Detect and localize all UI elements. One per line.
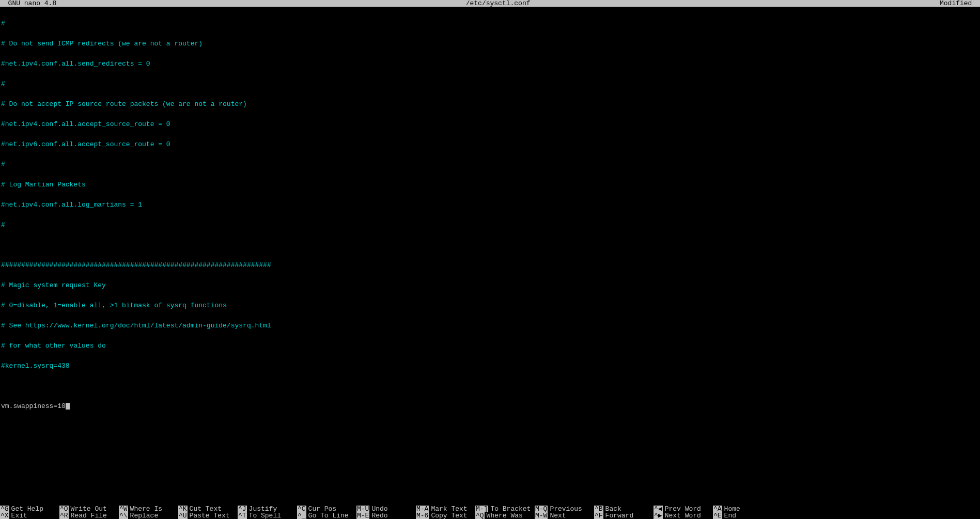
help-redo[interactable]: M-ERedo — [356, 512, 416, 519]
help-label: Go To Line — [306, 512, 349, 519]
editor-line: # Log Martian Packets — [1, 181, 980, 188]
help-row-2: ^XExit ^RRead File ^\Replace ^UPaste Tex… — [0, 512, 980, 519]
help-key: ^U — [178, 512, 188, 519]
help-label: Where Was — [485, 512, 523, 519]
help-get-help[interactable]: ^GGet Help — [0, 506, 59, 512]
editor-line: # Do not accept IP source route packets … — [1, 101, 980, 107]
editor-line: # Do not send ICMP redirects (we are not… — [1, 40, 980, 47]
editor-line — [1, 242, 980, 248]
title-bar: GNU nano 4.8 /etc/sysctl.conf Modified — [0, 0, 980, 7]
editor-line: # — [1, 222, 980, 228]
editor-line: #net.ipv4.conf.all.send_redirects = 0 — [1, 60, 980, 67]
help-bar: ^GGet Help ^OWrite Out ^WWhere Is ^KCut … — [0, 506, 980, 519]
editor-content[interactable]: # # Do not send ICMP redirects (we are n… — [0, 7, 980, 506]
editor-line: # for what other values do — [1, 342, 980, 349]
help-key: M-W — [535, 512, 548, 519]
editor-line: #net.ipv4.conf.all.accept_source_route =… — [1, 121, 980, 128]
editor-active-line: vm.swappiness=10 — [1, 403, 980, 410]
help-key: ^F — [594, 512, 603, 519]
editor-line: # Magic system request Key — [1, 282, 980, 289]
help-label: Read File — [69, 512, 107, 519]
help-copy-text[interactable]: M-6Copy Text — [416, 512, 475, 519]
help-key: ^E — [713, 512, 722, 519]
help-label: End — [722, 512, 736, 519]
help-forward[interactable]: ^FForward — [594, 512, 654, 519]
help-label: Paste Text — [188, 512, 230, 519]
help-label: Forward — [603, 512, 634, 519]
help-key: ^▶ — [654, 512, 663, 519]
editor-line: # — [1, 20, 980, 27]
help-label: Exit — [9, 512, 27, 519]
editor-line: #net.ipv4.conf.all.log_martians = 1 — [1, 201, 980, 208]
help-go-to-line[interactable]: ^_Go To Line — [297, 512, 356, 519]
help-label: Redo — [369, 512, 387, 519]
help-label: Replace — [128, 512, 159, 519]
help-key: M-E — [356, 512, 369, 519]
file-path: /etc/sysctl.conf — [56, 0, 940, 7]
help-label: To Spell — [247, 512, 281, 519]
help-next-word[interactable]: ^▶Next Word — [654, 512, 713, 519]
editor-line: # 0=disable, 1=enable all, >1 bitmask of… — [1, 302, 980, 309]
help-next[interactable]: M-WNext — [535, 512, 594, 519]
help-key: ^_ — [297, 512, 306, 519]
help-key: ^R — [59, 512, 69, 519]
help-key: ^T — [238, 512, 247, 519]
help-key: ^Q — [475, 512, 485, 519]
editor-line: #kernel.sysrq=438 — [1, 363, 980, 369]
editor-line: # See https://www.kernel.org/doc/html/la… — [1, 322, 980, 329]
cursor-icon — [66, 403, 70, 410]
editor-line: ########################################… — [1, 262, 980, 269]
editor-line: #net.ipv6.conf.all.accept_source_route =… — [1, 141, 980, 148]
help-read-file[interactable]: ^RRead File — [59, 512, 119, 519]
modified-status: Modified — [940, 0, 980, 7]
help-label: Next — [548, 512, 566, 519]
help-end[interactable]: ^EEnd — [713, 512, 772, 519]
editor-line: # — [1, 81, 980, 87]
help-key: M-6 — [416, 512, 429, 519]
editor-line — [1, 383, 980, 389]
help-label: Copy Text — [429, 512, 467, 519]
help-label: Next Word — [663, 512, 701, 519]
help-paste-text[interactable]: ^UPaste Text — [178, 512, 238, 519]
app-name: GNU nano 4.8 — [0, 0, 56, 7]
help-key: ^\ — [119, 512, 128, 519]
editor-line-text: vm.swappiness=10 — [1, 402, 66, 410]
help-home[interactable]: ^AHome — [713, 506, 772, 512]
help-to-spell[interactable]: ^TTo Spell — [238, 512, 297, 519]
help-replace[interactable]: ^\Replace — [119, 512, 178, 519]
help-key: ^X — [0, 512, 9, 519]
help-where-was[interactable]: ^QWhere Was — [475, 512, 535, 519]
editor-line: # — [1, 161, 980, 168]
help-exit[interactable]: ^XExit — [0, 512, 59, 519]
